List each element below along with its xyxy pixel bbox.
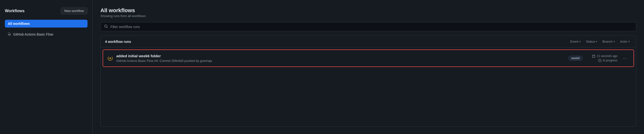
filter-status-button[interactable]: Status ▾	[584, 39, 599, 44]
run-title: added initial week6 folder	[116, 54, 563, 58]
search-input[interactable]	[110, 25, 632, 29]
run-progress-label: In progress	[603, 59, 618, 62]
chevron-down-icon: ▾	[596, 40, 597, 43]
calendar-icon	[592, 54, 595, 58]
workflow-icon	[8, 33, 11, 36]
chevron-down-icon: ▾	[580, 40, 580, 43]
runs-header: 4 workflow runs Event ▾ Status ▾ Branch …	[101, 36, 636, 48]
ellipsis-icon: ···	[623, 56, 627, 61]
runs-count: 4 workflow runs	[105, 40, 131, 44]
clock-icon	[598, 59, 601, 62]
run-time: 11 seconds ago	[592, 54, 618, 58]
run-time-ago: 11 seconds ago	[597, 54, 618, 58]
sidebar: Workflows New workflow All workflows Git…	[0, 0, 93, 134]
runs-filters: Event ▾ Status ▾ Branch ▾ Actor ▾	[568, 39, 632, 44]
in-progress-spinner	[108, 56, 112, 61]
run-status-icon	[108, 56, 113, 61]
table-row[interactable]: added initial week6 folder GitHub Action…	[102, 50, 634, 67]
page-subtitle: Showing runs from all workflows	[100, 14, 636, 18]
run-subtitle: GitHub Actions Basic Flow #4: Commit 209…	[116, 59, 563, 62]
chevron-down-icon: ▾	[614, 40, 615, 43]
main-content: All workflows Showing runs from all work…	[93, 0, 644, 134]
sidebar-title: Workflows	[5, 9, 24, 13]
sidebar-item-label: All workflows	[8, 22, 30, 26]
spinner-dot	[110, 58, 111, 59]
sidebar-item-label: GitHub Actions Basic Flow	[13, 32, 53, 36]
runs-container: 4 workflow runs Event ▾ Status ▾ Branch …	[100, 36, 636, 127]
search-icon	[104, 24, 108, 29]
chevron-down-icon: ▾	[628, 40, 630, 43]
filter-event-label: Event	[570, 40, 578, 43]
filter-status-label: Status	[586, 40, 595, 43]
run-info: added initial week6 folder GitHub Action…	[116, 54, 563, 62]
sidebar-item-all-workflows[interactable]: All workflows	[5, 20, 88, 28]
run-more-button[interactable]: ···	[621, 55, 629, 62]
new-workflow-button[interactable]: New workflow	[61, 7, 88, 14]
filter-actor-label: Actor	[620, 40, 628, 43]
search-bar	[100, 22, 636, 31]
filter-actor-button[interactable]: Actor ▾	[618, 39, 632, 44]
run-progress: In progress	[598, 59, 618, 62]
sidebar-item-github-actions-basic-flow[interactable]: GitHub Actions Basic Flow	[5, 30, 88, 38]
filter-branch-label: Branch	[602, 40, 612, 43]
page-title: All workflows	[100, 7, 636, 14]
run-branch-badge[interactable]: week6	[568, 56, 583, 61]
filter-event-button[interactable]: Event ▾	[568, 39, 582, 44]
run-meta: 11 seconds ago In progress	[592, 54, 618, 62]
sidebar-header: Workflows New workflow	[5, 7, 88, 14]
filter-branch-button[interactable]: Branch ▾	[600, 39, 616, 44]
page-header: All workflows Showing runs from all work…	[100, 7, 636, 18]
